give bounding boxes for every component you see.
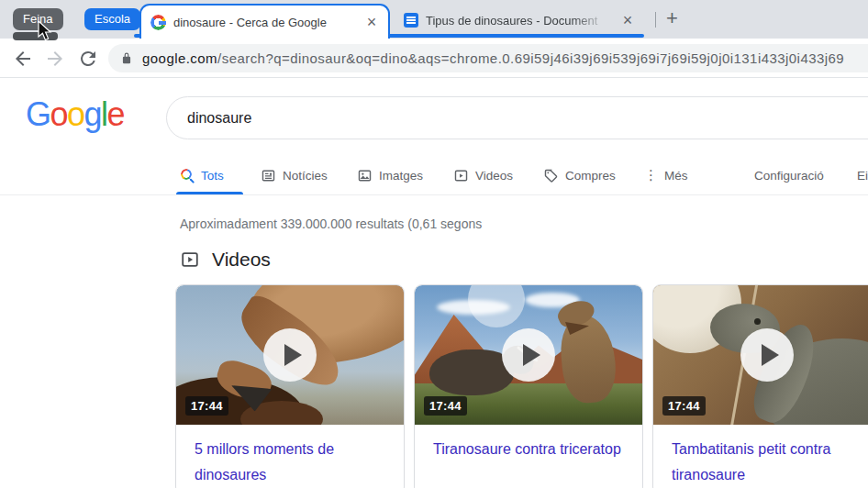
url-text: google.com/search?q=dinosaur&oq=dino&aqs… (142, 50, 844, 66)
tab-group-chip-escola[interactable]: Escola (84, 8, 140, 30)
video-thumbnail[interactable]: 17:44 (653, 285, 868, 425)
tab-group-escola-label: Escola (95, 12, 130, 26)
tab-google-docs[interactable]: Tipus de dinosaures - Document × (395, 6, 644, 35)
new-tab-button[interactable]: + (666, 6, 678, 30)
browser-window: Feina Escola dinosaure - Cerca de Google… (0, 0, 868, 488)
lock-icon (120, 52, 133, 65)
filter-tab-compres[interactable]: Compres (543, 156, 616, 194)
video-thumbnail[interactable]: 17:44 (415, 285, 642, 425)
address-bar[interactable]: google.com/search?q=dinosaur&oq=dino&aqs… (108, 44, 868, 72)
video-duration: 17:44 (662, 396, 706, 416)
filter-tab-mes[interactable]: ⋮ Més (644, 156, 688, 194)
videos-section-icon (180, 250, 200, 270)
filter-tab-tots[interactable]: Tots (181, 156, 224, 194)
reload-icon[interactable] (77, 48, 99, 70)
google-docs-icon (404, 13, 418, 28)
filter-tab-imatges[interactable]: Imatges (357, 156, 423, 194)
search-input[interactable]: dinosaure (166, 96, 868, 139)
video-duration: 17:44 (185, 396, 228, 416)
search-query-text: dinosaure (167, 97, 868, 139)
video-card[interactable]: 17:44 Tiranosaure contra triceratop (414, 284, 643, 488)
browser-toolbar: google.com/search?q=dinosaur&oq=dino&aqs… (0, 39, 868, 78)
back-icon[interactable] (12, 48, 34, 70)
tools-menu[interactable]: Eines (857, 156, 868, 194)
video-title-link[interactable]: 5 millors moments de dinosaures (176, 425, 404, 487)
news-icon (261, 168, 276, 183)
close-icon[interactable]: × (364, 15, 379, 29)
video-icon (453, 168, 469, 183)
images-icon (357, 168, 373, 183)
video-duration: 17:44 (424, 396, 467, 416)
filter-tab-noticies[interactable]: Notícies (261, 156, 328, 194)
video-title-link[interactable]: Tiranosaure contra triceratop (415, 425, 642, 462)
results-stats: Aproximadament 339.000.000 resultats (0,… (180, 216, 482, 231)
video-title-link[interactable]: Tambatitanis petit contra tiranosaure (653, 425, 868, 487)
google-logo[interactable]: Google (26, 95, 124, 134)
videos-section-header: Videos (180, 249, 271, 271)
forward-icon[interactable] (44, 48, 66, 70)
mouse-cursor-icon (38, 21, 56, 41)
video-thumbnail[interactable]: 17:44 (176, 285, 404, 425)
video-card[interactable]: 17:44 5 millors moments de dinosaures (175, 284, 405, 488)
play-icon[interactable] (502, 328, 555, 382)
search-icon (181, 169, 195, 183)
videos-section-title: Videos (212, 249, 271, 271)
play-icon[interactable] (263, 328, 317, 382)
tab-strip: Feina Escola dinosaure - Cerca de Google… (0, 0, 868, 39)
settings-menu[interactable]: Configuració (754, 156, 824, 194)
filters-divider (0, 194, 868, 195)
tab-title: Tipus de dinosaures - Document (426, 14, 613, 28)
google-favicon-icon (150, 15, 166, 30)
video-card[interactable]: 17:44 Tambatitanis petit contra tiranosa… (652, 284, 868, 488)
play-icon[interactable] (740, 328, 794, 382)
shopping-tag-icon (543, 168, 559, 183)
filter-tab-videos[interactable]: Videos (453, 156, 513, 194)
more-vert-icon: ⋮ (644, 169, 658, 182)
tab-google-search[interactable]: dinosaure - Cerca de Google × (139, 4, 390, 39)
tab-title: dinosaure - Cerca de Google (173, 16, 357, 29)
tab-separator (655, 12, 656, 28)
close-icon[interactable]: × (620, 13, 635, 28)
